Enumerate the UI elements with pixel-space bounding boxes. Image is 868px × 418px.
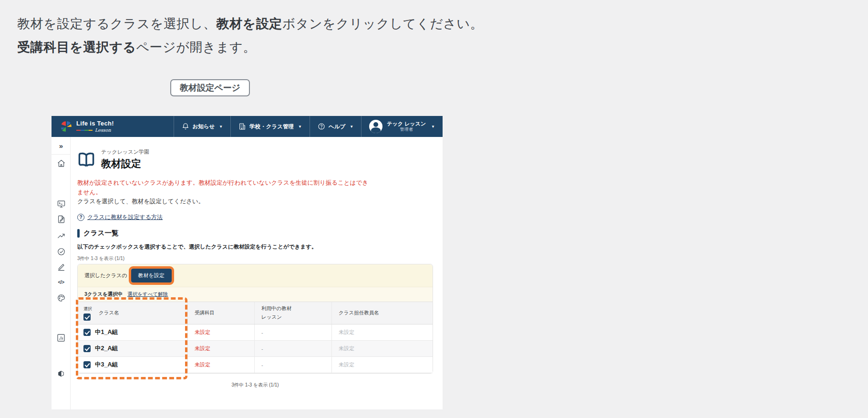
- section-accent-bar: [77, 229, 80, 238]
- cell-subject: 未設定: [187, 341, 254, 356]
- table-row[interactable]: 中2_A組 未設定 - 未設定: [78, 341, 433, 357]
- sidebar: » </>: [52, 137, 71, 409]
- palette-icon[interactable]: [52, 293, 71, 303]
- select-all-checkbox[interactable]: [83, 314, 91, 321]
- collapse-icon[interactable]: »: [52, 142, 71, 150]
- material-header-line1: 利用中の教材: [261, 305, 291, 312]
- life-is-tech-logo-icon: [60, 120, 72, 133]
- table-row[interactable]: 中1_A組 未設定 - 未設定: [78, 324, 433, 341]
- app-header-bar: Life is Tech! Lesson お知らせ ▼: [52, 116, 443, 137]
- cell-subject: 未設定: [187, 357, 254, 373]
- select-column-label: 選択: [83, 306, 92, 312]
- bell-icon: [182, 123, 189, 130]
- user-menu[interactable]: テック レッスン 管理者 ▼: [361, 116, 443, 137]
- main-content: テックレッスン学園 教材設定 教材が設定されていないクラスがあります。教材設定が…: [71, 137, 443, 409]
- intro-line2-bold: 受講科目を選択する: [17, 40, 136, 54]
- user-name: テック レッスン: [387, 121, 426, 127]
- row-checkbox[interactable]: [83, 329, 91, 336]
- teacher-value: 未設定: [339, 361, 354, 368]
- section-header: クラス一覧: [77, 229, 433, 238]
- check-circle-icon[interactable]: [52, 247, 71, 256]
- select-all-stack: 選択: [83, 306, 92, 321]
- cell-material: -: [254, 357, 331, 373]
- page-title-block: テックレッスン学園 教材設定: [77, 148, 433, 170]
- pencil-icon[interactable]: [52, 262, 71, 272]
- class-name-header: クラス名: [99, 310, 119, 316]
- intro-line1-post: ボタンをクリックしてください。: [282, 17, 483, 31]
- open-book-icon: [77, 152, 95, 167]
- trend-up-icon[interactable]: [52, 231, 71, 240]
- doc-page: 教材を設定するクラスを選択し、教材を設定ボタンをクリックしてください。 受講科目…: [0, 0, 868, 418]
- material-value: -: [261, 362, 263, 368]
- section-description: 以下のチェックボックスを選択することで、選択したクラスに教材設定を行うことができ…: [77, 243, 433, 251]
- cell-teacher: 未設定: [331, 357, 433, 373]
- class-name: 中1_A組: [95, 328, 118, 336]
- user-role: 管理者: [400, 127, 413, 132]
- row-checkbox[interactable]: [83, 361, 91, 368]
- class-name: 中2_A組: [95, 345, 118, 353]
- school-building-icon: [238, 123, 246, 130]
- chevron-down-icon: ▼: [219, 125, 223, 129]
- nav-help[interactable]: ヘルプ ▼: [310, 116, 361, 137]
- subject-value: 未設定: [195, 361, 210, 368]
- page-title: 教材設定: [101, 157, 149, 170]
- toolbar-prefix-text: 選択したクラスの: [84, 272, 127, 279]
- instruction-text: クラスを選択して、教材を設定してください。: [77, 198, 433, 206]
- logo-subtitle: Lesson: [95, 128, 111, 133]
- teacher-value: 未設定: [339, 345, 354, 352]
- nav-school-class-management[interactable]: 学校・クラス管理 ▼: [230, 116, 310, 137]
- warning-message: 教材が設定されていないクラスがあります。教材設定が行われていないクラスを生徒に割…: [77, 178, 372, 197]
- logo[interactable]: Life is Tech! Lesson: [52, 116, 123, 137]
- chevron-down-icon: ▼: [431, 125, 435, 129]
- row-checkbox[interactable]: [83, 345, 91, 352]
- material-header: 利用中の教材 レッスン: [261, 305, 291, 321]
- header-cell-teacher: クラス担任教員名: [331, 302, 433, 324]
- result-count-top: 3件中 1-3 を表示 (1/1): [77, 255, 433, 262]
- bulk-action-toolbar: 選択したクラスの 教材を設定: [78, 264, 433, 287]
- code-icon[interactable]: </>: [52, 280, 71, 285]
- cell-teacher: 未設定: [331, 341, 433, 356]
- logo-title: Life is Tech!: [76, 120, 114, 127]
- home-icon[interactable]: [52, 159, 71, 168]
- table-header-row: 選択 クラス名 受講科目 利用中の教材 レッスン クラス担: [78, 302, 433, 324]
- help-link-row: ? クラスに教材を設定する方法: [77, 213, 433, 221]
- cell-subject: 未設定: [187, 324, 254, 340]
- subject-value: 未設定: [195, 329, 210, 336]
- set-materials-button[interactable]: 教材を設定: [131, 269, 172, 282]
- result-count-bottom: 3件中 1-3 を表示 (1/1): [77, 382, 433, 388]
- question-circle-icon: ?: [77, 214, 84, 221]
- subject-value: 未設定: [195, 345, 210, 352]
- chevron-down-icon: ▼: [298, 125, 302, 129]
- intro-line1-pre: 教材を設定するクラスを選択し、: [17, 17, 217, 31]
- cell-teacher: 未設定: [331, 324, 433, 340]
- intro-line-1: 教材を設定するクラスを選択し、教材を設定ボタンをクリックしてください。: [17, 12, 483, 36]
- user-avatar: [369, 120, 382, 133]
- help-link[interactable]: クラスに教材を設定する方法: [87, 213, 163, 221]
- logo-text: Life is Tech! Lesson: [76, 120, 114, 133]
- highlight-ring-annotation: 教材を設定: [129, 266, 174, 285]
- document-edit-icon[interactable]: [52, 215, 71, 224]
- school-name: テックレッスン学園: [101, 148, 149, 156]
- teacher-value: 未設定: [339, 329, 354, 336]
- bar-chart-icon[interactable]: [52, 333, 71, 343]
- class-name: 中3_A組: [95, 361, 118, 369]
- cell-class-name: 中3_A組: [78, 361, 187, 369]
- table-row[interactable]: 中3_A組 未設定 - 未設定: [78, 357, 433, 373]
- app-screenshot: Life is Tech! Lesson お知らせ ▼: [52, 116, 443, 409]
- beginner-book-icon[interactable]: [52, 369, 71, 378]
- intro-line1-bold: 教材を設定: [217, 17, 282, 31]
- user-text: テック レッスン 管理者: [387, 121, 426, 133]
- clear-selection-link[interactable]: 選択をすべて解除: [127, 291, 168, 298]
- app-body: » </>: [52, 137, 443, 409]
- cell-material: -: [254, 341, 331, 356]
- terminal-monitor-icon[interactable]: [52, 199, 71, 209]
- selection-status: 3クラスを選択中: [84, 291, 123, 298]
- material-value: -: [261, 346, 263, 352]
- intro-line2-post: ページが開きます。: [136, 40, 256, 54]
- teacher-header: クラス担任教員名: [339, 310, 379, 316]
- logo-subtitle-row: Lesson: [76, 128, 114, 133]
- help-circle-icon: [318, 123, 325, 130]
- nav-notifications[interactable]: お知らせ ▼: [174, 116, 231, 137]
- cell-class-name: 中1_A組: [78, 328, 187, 336]
- cell-material: -: [254, 324, 331, 340]
